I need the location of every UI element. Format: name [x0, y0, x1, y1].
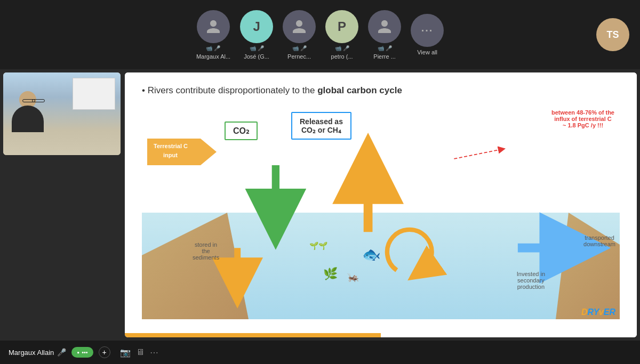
invested-production-label: Invested in secondary production — [517, 271, 545, 290]
avatar-pernec — [283, 10, 316, 43]
released-box: Released as CO₂ or CH₄ — [291, 112, 351, 140]
mic-icon-pierre: 🎤 — [386, 45, 392, 51]
pernec-icons: 📹 🎤 — [292, 45, 307, 51]
svg-text:input: input — [163, 152, 178, 158]
participants-row: 📹 🎤 Margaux Al... J 📹 🎤 José (G... 📹 🎤 P — [196, 10, 444, 60]
video-icon-petro: 📹 — [335, 45, 341, 51]
more-options-icon[interactable]: ⋯ — [150, 347, 158, 358]
transported-downstream-label: transported downstream — [583, 234, 615, 247]
presenter-webcam-tile — [3, 72, 121, 155]
slide-container: • Rivers contribute disproportionately t… — [125, 72, 637, 337]
slide-title: • Rivers contribute disproportionately t… — [142, 85, 620, 96]
slide-content: • Rivers contribute disproportionately t… — [125, 72, 637, 333]
co2-label-box: CO₂ — [225, 122, 258, 140]
view-all-label: View all — [417, 49, 437, 55]
presenter-name-text: Margaux Allain — [9, 349, 54, 357]
participants-bar: 📹 🎤 Margaux Al... J 📹 🎤 José (G... 📹 🎤 P — [0, 0, 640, 69]
svg-text:Terrestrial C: Terrestrial C — [154, 143, 188, 149]
status-button[interactable]: ● ••• — [71, 347, 93, 358]
mic-icon-pernec: 🎤 — [300, 45, 307, 51]
participant-jose[interactable]: J 📹 🎤 José (G... — [240, 10, 273, 60]
bug-icon: 🦗 — [347, 271, 359, 283]
pierre-name: Pierre ... — [373, 53, 396, 60]
bottom-toolbar: Margaux Allain 🎤 ● ••• + 📷 🖥 ⋯ — [0, 341, 640, 364]
participant-pierre[interactable]: 📹 🎤 Pierre ... — [368, 10, 401, 60]
pierre-icons: 📹 🎤 — [378, 45, 392, 51]
petro-icons: 📹 🎤 — [335, 45, 349, 51]
plant-icon: 🌿 — [323, 267, 338, 281]
margaux-icons: 📹 🎤 — [206, 45, 220, 51]
video-icon-pernec: 📹 — [292, 45, 299, 51]
ts-avatar-circle: TS — [596, 18, 629, 51]
participant-margaux[interactable]: 📹 🎤 Margaux Al... — [196, 10, 230, 60]
avatar-pierre — [368, 10, 401, 43]
stored-sediments-label: stored in the sediments — [193, 241, 219, 261]
participant-petro[interactable]: P 📹 🎤 petro (... — [325, 10, 358, 60]
ts-avatar[interactable]: TS — [596, 18, 629, 51]
margaux-name: Margaux Al... — [196, 53, 230, 60]
dryver-logo: DRYvER — [581, 308, 615, 317]
avatar-petro: P — [325, 10, 358, 43]
mic-muted-icon: 🎤 — [57, 348, 66, 357]
red-annotation: between 48-76% of the influx of terrestr… — [551, 109, 614, 128]
add-participant-button[interactable]: + — [99, 346, 110, 358]
video-icon: 📹 — [206, 45, 212, 51]
fish-icon: 🐟 — [362, 246, 381, 263]
screen-share-icon[interactable]: 🖥 — [136, 347, 145, 358]
camera-icon[interactable]: 📷 — [120, 347, 131, 358]
participant-pernec[interactable]: 📹 🎤 Pernec... — [283, 10, 316, 60]
svg-line-5 — [454, 149, 502, 159]
video-icon-jose: 📹 — [250, 45, 256, 51]
pernec-name: Pernec... — [287, 53, 311, 60]
presenter-video — [3, 72, 121, 155]
avatar-jose: J — [240, 10, 273, 43]
carbon-cycle-diagram: Terrestrial C input CO₂ Released as CO₂ … — [142, 107, 620, 319]
view-all-button[interactable]: ··· View all — [411, 14, 444, 55]
algae-icon: 🌱🌱 — [309, 241, 327, 250]
jose-icons: 📹 🎤 — [250, 45, 264, 51]
mic-icon: 🎤 — [214, 45, 220, 51]
mic-icon-petro: 🎤 — [343, 45, 349, 51]
glasses-right — [32, 99, 45, 102]
jose-name: José (G... — [244, 53, 269, 60]
presenter-name-display: Margaux Allain 🎤 — [9, 348, 66, 357]
petro-name: petro (... — [331, 53, 353, 60]
main-content-area: • Rivers contribute disproportionately t… — [0, 69, 640, 341]
meeting-controls: 📷 🖥 ⋯ — [120, 347, 158, 358]
more-participants-icon: ··· — [411, 14, 444, 47]
video-icon-pierre: 📹 — [378, 45, 384, 51]
whiteboard — [73, 78, 115, 110]
slide-footer-bar — [125, 333, 637, 337]
terrestrial-arrow: Terrestrial C input — [147, 136, 217, 170]
avatar-margaux — [197, 10, 230, 43]
mic-icon-jose: 🎤 — [258, 45, 264, 51]
